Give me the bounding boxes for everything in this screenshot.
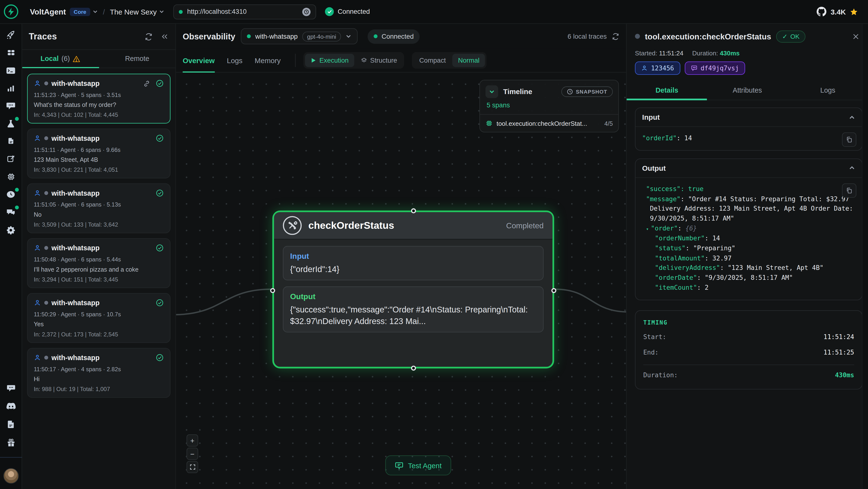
copy-icon[interactable] (842, 183, 857, 198)
chevron-down-icon[interactable] (159, 9, 164, 15)
trace-message: Yes (34, 321, 164, 327)
flow-canvas[interactable]: Timeline SNAPSHOT 5 spans tool.execution… (176, 73, 626, 489)
scrollbar-gutter[interactable] (862, 24, 868, 489)
tab-local[interactable]: Local (6) (22, 50, 99, 67)
copy-icon[interactable] (842, 133, 857, 147)
traces-panel: Traces Local (6) Remote (22, 24, 176, 489)
link-icon[interactable] (143, 80, 151, 87)
close-icon[interactable] (852, 32, 860, 40)
node-port-top (411, 208, 416, 213)
timeline-span-row[interactable]: tool.execution:checkOrderStat... 4/5 (480, 115, 618, 132)
density-group: Compact Normal (412, 52, 487, 69)
tab-overview[interactable]: Overview (183, 49, 215, 72)
conversations-icon[interactable] (4, 206, 18, 218)
chevron-down-icon[interactable] (92, 9, 98, 15)
duration: Duration: 430ms (692, 50, 739, 56)
trace-title: with-whatsapp (52, 354, 99, 362)
canvas-controls: + − (187, 434, 198, 473)
tool-node-checkOrderStatus[interactable]: checkOrderStatus Completed Input {"order… (272, 211, 554, 369)
tab-attributes[interactable]: Attributes (707, 82, 787, 100)
user-id-badge[interactable]: 123456 (635, 61, 680, 75)
user-icon (34, 189, 41, 197)
trace-card[interactable]: with-whatsapp 11:51:05 · Agent · 6 spans… (27, 183, 170, 233)
fit-view-button[interactable] (187, 461, 198, 473)
test-agent-button[interactable]: Test Agent (385, 455, 451, 475)
trace-tokens: In: 2,372 | Out: 173 | Total: 2,545 (34, 331, 164, 337)
flask-icon[interactable] (4, 118, 18, 130)
gear-icon[interactable] (4, 224, 18, 236)
density-normal[interactable]: Normal (453, 54, 485, 67)
voltagent-console: VoltAgent Core / The New Sexy http://loc… (0, 0, 868, 489)
success-check-icon (156, 353, 164, 362)
tab-details[interactable]: Details (627, 82, 707, 100)
docs-file-icon[interactable] (4, 419, 18, 430)
conversation-id-badge[interactable]: df49jq7vsj (685, 61, 745, 75)
user-avatar[interactable] (3, 468, 19, 484)
agent-status-dot (44, 246, 48, 250)
warning-icon (73, 55, 81, 62)
mode-execution[interactable]: Execution (305, 54, 354, 67)
user-icon (34, 354, 41, 361)
trace-message: Hi (34, 376, 164, 382)
notification-dot (15, 188, 19, 192)
node-output-value: {"success":true,"message":"Order #14\nSt… (290, 304, 536, 327)
terminal-icon[interactable] (4, 64, 18, 77)
trace-list: with-whatsapp 11:51:23 · Agent · 5 spans… (22, 68, 176, 489)
trace-card[interactable]: with-whatsapp 11:51:23 · Agent · 5 spans… (27, 74, 170, 123)
history-clock-icon[interactable] (302, 7, 311, 16)
node-output-box: Output {"success":true,"message":"Order … (283, 287, 544, 332)
trace-card[interactable]: with-whatsapp 11:50:48 · Agent · 6 spans… (27, 238, 170, 288)
feedback-chat-icon[interactable] (4, 382, 18, 394)
documents-icon[interactable] (4, 135, 18, 147)
gift-icon[interactable] (4, 436, 18, 449)
mode-structure[interactable]: Structure (355, 54, 403, 67)
compose-icon[interactable] (4, 153, 18, 165)
refresh-icon[interactable] (145, 32, 153, 40)
trace-message: I'll have 2 pepperoni pizzas and a coke (34, 266, 164, 272)
chat-dots-icon[interactable] (4, 99, 18, 112)
zoom-out-button[interactable]: − (187, 448, 198, 460)
breadcrumb-separator: / (103, 7, 105, 16)
trace-card[interactable]: with-whatsapp 11:50:29 · Agent · 5 spans… (27, 293, 170, 343)
agent-selector[interactable]: with-whatsapp gpt-4o-mini (241, 28, 358, 44)
server-url-input[interactable]: http://localhost:4310 (173, 4, 316, 19)
left-icon-rail (0, 24, 22, 489)
tab-memory[interactable]: Memory (255, 49, 281, 72)
density-compact[interactable]: Compact (414, 54, 452, 67)
refresh-icon[interactable] (612, 32, 619, 40)
chip-icon[interactable] (4, 171, 18, 183)
json-line-expandable[interactable]: ▾"order": {6} (642, 224, 855, 234)
trace-card[interactable]: with-whatsapp 11:50:17 · Agent · 4 spans… (27, 348, 170, 398)
core-badge[interactable]: Core (70, 7, 90, 16)
success-check-icon (156, 299, 164, 307)
tab-span-logs[interactable]: Logs (787, 82, 868, 100)
collapse-panel-icon[interactable] (160, 32, 169, 40)
project-name[interactable]: The New Sexy (110, 7, 157, 16)
user-icon (34, 299, 41, 307)
tabs-divider (295, 54, 296, 67)
node-input-label: Input (290, 252, 536, 260)
span-status-dot (635, 34, 640, 39)
json-line: "message": "Order #14 Status: Preparing … (642, 194, 855, 224)
history-clock-icon[interactable] (4, 189, 18, 200)
app-logo[interactable] (0, 4, 22, 19)
bar-chart-icon[interactable] (4, 82, 18, 94)
rocket-icon[interactable] (4, 29, 18, 41)
zoom-in-button[interactable]: + (187, 434, 198, 447)
output-section-header[interactable]: Output (636, 159, 862, 178)
trace-card[interactable]: with-whatsapp 11:51:11 · Agent · 6 spans… (27, 128, 170, 178)
dashboard-grid-icon[interactable] (4, 47, 18, 59)
input-section-header[interactable]: Input (636, 108, 862, 127)
json-key: "orderId" (642, 134, 677, 142)
discord-icon[interactable] (4, 400, 18, 412)
timeline-span-label: tool.execution:checkOrderStat... (497, 120, 600, 126)
tab-remote[interactable]: Remote (99, 50, 176, 67)
tab-logs[interactable]: Logs (227, 49, 243, 72)
trace-tokens: In: 988 | Out: 19 | Total: 1,007 (34, 385, 164, 392)
trace-title: with-whatsapp (52, 80, 99, 87)
trace-tokens: In: 3,294 | Out: 151 | Total: 3,445 (34, 276, 164, 283)
timeline-collapse-button[interactable] (486, 85, 498, 98)
notification-dot (15, 206, 19, 209)
user-icon (34, 244, 41, 252)
github-widget[interactable]: 3.4K (816, 6, 868, 17)
